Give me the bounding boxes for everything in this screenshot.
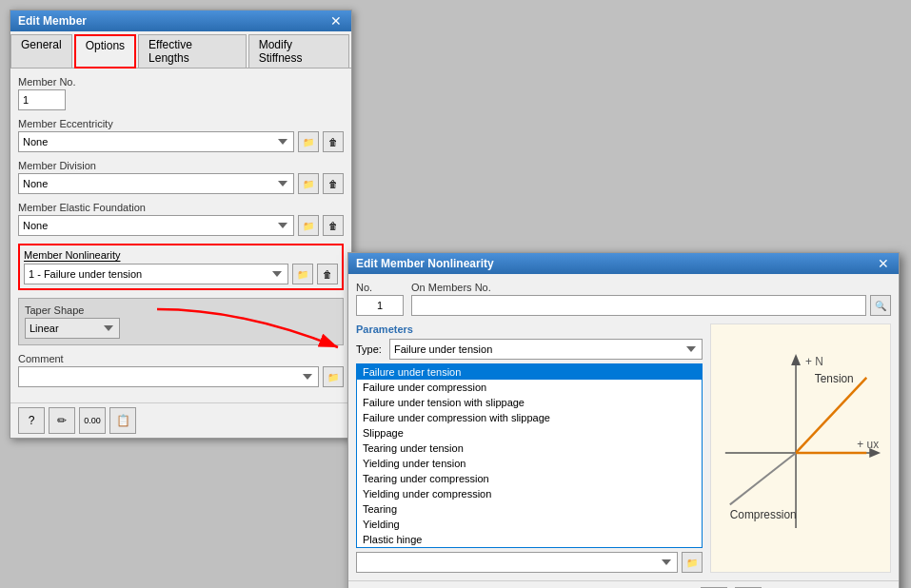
- member-dialog-content: Member No. Member Eccentricity None 📁 🗑 …: [10, 69, 351, 402]
- svg-text:Compression: Compression: [730, 508, 797, 521]
- nonlin-top-row: No. On Members No. 🔍: [356, 282, 891, 316]
- svg-text:Tension: Tension: [815, 372, 854, 385]
- member-nonlinearity-edit-btn[interactable]: 📁: [292, 264, 313, 284]
- no-group: No.: [356, 282, 404, 316]
- member-eccentricity-row: None 📁 🗑: [18, 131, 344, 152]
- copy-button[interactable]: 📋: [109, 407, 136, 434]
- value-button[interactable]: 0.00: [79, 407, 106, 434]
- member-nonlinearity-select[interactable]: 1 - Failure under tension: [24, 264, 288, 284]
- tab-modify-stiffness[interactable]: Modify Stiffness: [248, 34, 349, 68]
- additional-row: 📁: [356, 552, 703, 573]
- member-no-group: Member No.: [18, 76, 344, 110]
- nonlin-chart-area: + N + ux Tension Compression: [710, 323, 891, 573]
- taper-shape-select[interactable]: Linear: [25, 318, 120, 339]
- svg-text:+ N: + N: [805, 355, 823, 368]
- taper-shape-label: Taper Shape: [25, 304, 337, 316]
- on-members-assign-btn[interactable]: 🔍: [870, 295, 891, 316]
- member-title-text: Edit Member: [18, 14, 87, 28]
- member-eccentricity-select[interactable]: None: [18, 131, 294, 152]
- member-nonlinearity-label: Member Nonlinearity: [24, 249, 338, 261]
- nonlin-title: Edit Member Nonlinearity ✕: [348, 253, 899, 274]
- dropdown-item-11[interactable]: Plastic hinge: [357, 532, 702, 547]
- dropdown-item-10[interactable]: Yielding: [357, 517, 702, 532]
- nonlin-chart-svg: + N + ux Tension Compression: [711, 324, 890, 572]
- edit-nonlinearity-dialog: Edit Member Nonlinearity ✕ No. On Member…: [347, 252, 900, 588]
- on-members-group: On Members No. 🔍: [411, 282, 891, 316]
- nonlin-content: No. On Members No. 🔍 Parameters Type: Fa…: [348, 274, 899, 580]
- nonlin-footer: ? 0.00 OK Cancel: [348, 580, 899, 588]
- tab-bar: General Options Effective Lengths Modify…: [10, 31, 351, 69]
- dropdown-item-6[interactable]: Yielding under tension: [357, 456, 702, 471]
- on-members-input[interactable]: [411, 295, 866, 316]
- type-dropdown-list: Failure under tension Failure under comp…: [356, 363, 703, 548]
- nonlin-left-panel: Parameters Type: Failure under tension F…: [356, 323, 703, 573]
- member-eccentricity-label: Member Eccentricity: [18, 118, 344, 129]
- on-members-row: 🔍: [411, 295, 891, 316]
- tab-options[interactable]: Options: [74, 34, 136, 69]
- member-elastic-foundation-select[interactable]: None: [18, 215, 294, 236]
- help-button[interactable]: ?: [18, 407, 45, 434]
- nonlin-close-button[interactable]: ✕: [876, 257, 891, 270]
- dropdown-item-8[interactable]: Yielding under compression: [357, 486, 702, 501]
- member-division-edit-btn[interactable]: 📁: [298, 173, 319, 194]
- additional-select[interactable]: [356, 552, 678, 573]
- comment-select[interactable]: [18, 366, 319, 387]
- member-division-select[interactable]: None: [18, 173, 294, 194]
- member-elastic-foundation-clear-btn[interactable]: 🗑: [323, 215, 344, 236]
- dropdown-item-5[interactable]: Tearing under tension: [357, 441, 702, 456]
- additional-assign-btn[interactable]: 📁: [682, 552, 703, 573]
- dropdown-item-0[interactable]: Failure under tension: [357, 364, 702, 380]
- member-eccentricity-edit-btn[interactable]: 📁: [298, 131, 319, 152]
- dropdown-item-1[interactable]: Failure under compression: [357, 380, 702, 395]
- member-eccentricity-group: Member Eccentricity None 📁 🗑: [18, 118, 344, 152]
- svg-text:+ ux: + ux: [857, 438, 879, 451]
- params-label: Parameters: [356, 323, 703, 335]
- member-elastic-foundation-edit-btn[interactable]: 📁: [298, 215, 319, 236]
- nonlin-bottom-area: Parameters Type: Failure under tension F…: [356, 323, 891, 573]
- member-dialog-title: Edit Member ✕: [10, 10, 351, 31]
- type-label: Type:: [356, 343, 382, 355]
- member-division-label: Member Division: [18, 160, 344, 171]
- comment-row: 📁: [18, 366, 344, 387]
- member-elastic-foundation-row: None 📁 🗑: [18, 215, 344, 236]
- member-nonlinearity-row: 1 - Failure under tension 📁 🗑: [24, 264, 338, 284]
- dropdown-item-7[interactable]: Tearing under compression: [357, 471, 702, 486]
- dropdown-item-2[interactable]: Failure under tension with slippage: [357, 395, 702, 410]
- comment-edit-btn[interactable]: 📁: [323, 366, 344, 387]
- dropdown-item-4[interactable]: Slippage: [357, 425, 702, 441]
- tab-effective-lengths[interactable]: Effective Lengths: [138, 34, 247, 68]
- member-no-label: Member No.: [18, 76, 344, 88]
- no-label: No.: [356, 282, 404, 293]
- member-division-group: Member Division None 📁 🗑: [18, 160, 344, 194]
- comment-label: Comment: [18, 353, 344, 364]
- member-nonlinearity-group: Member Nonlinearity 1 - Failure under te…: [18, 244, 344, 290]
- no-input[interactable]: [356, 295, 404, 316]
- edit-member-dialog: Edit Member ✕ General Options Effective …: [10, 10, 352, 439]
- member-close-button[interactable]: ✕: [328, 14, 344, 28]
- member-no-input[interactable]: [18, 89, 66, 110]
- on-members-label: On Members No.: [411, 282, 891, 293]
- member-eccentricity-clear-btn[interactable]: 🗑: [323, 131, 344, 152]
- dropdown-item-3[interactable]: Failure under compression with slippage: [357, 410, 702, 425]
- edit-button[interactable]: ✏: [49, 407, 75, 434]
- type-row: Type: Failure under tension: [356, 339, 703, 360]
- taper-shape-group: Taper Shape Linear: [18, 298, 344, 345]
- member-division-row: None 📁 🗑: [18, 173, 344, 194]
- member-division-clear-btn[interactable]: 🗑: [323, 173, 344, 194]
- type-select[interactable]: Failure under tension: [389, 339, 703, 360]
- member-nonlinearity-clear-btn[interactable]: 🗑: [317, 264, 338, 284]
- dropdown-item-9[interactable]: Tearing: [357, 501, 702, 517]
- nonlin-title-text: Edit Member Nonlinearity: [356, 257, 494, 270]
- member-elastic-foundation-group: Member Elastic Foundation None 📁 🗑: [18, 202, 344, 236]
- member-bottom-bar: ? ✏ 0.00 📋: [10, 402, 351, 438]
- member-elastic-foundation-label: Member Elastic Foundation: [18, 202, 344, 213]
- comment-group: Comment 📁: [18, 353, 344, 387]
- tab-general[interactable]: General: [10, 34, 72, 68]
